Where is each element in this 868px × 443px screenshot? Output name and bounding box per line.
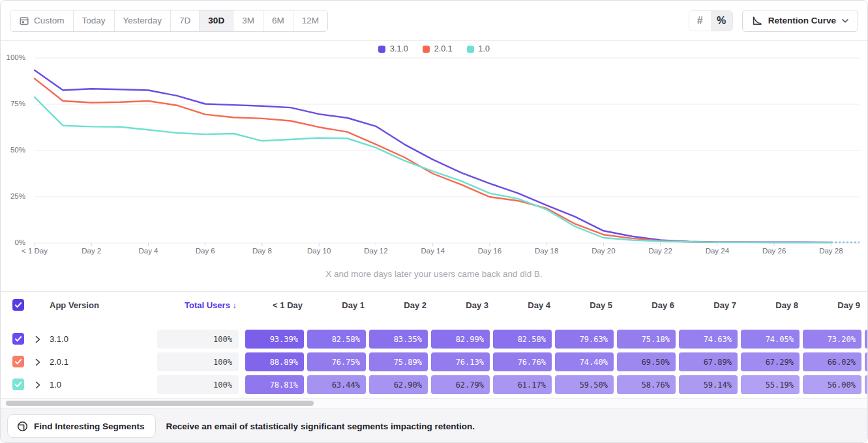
column-header-day[interactable]: Day 3 (431, 300, 488, 310)
retention-cell[interactable]: 74.40% (555, 352, 614, 371)
retention-cell[interactable]: 59.14% (679, 375, 738, 394)
legend-item-3.1.0[interactable]: 3.1.0 (378, 44, 408, 53)
retention-cell[interactable]: 82.58% (493, 330, 552, 349)
retention-cell[interactable]: 67.89% (679, 352, 738, 371)
x-axis-tick-label: Day 22 (636, 247, 685, 255)
date-range-yesterday[interactable]: Yesterday (114, 10, 171, 31)
percent-icon: % (717, 15, 726, 27)
retention-cell[interactable]: 76.76% (493, 352, 552, 371)
retention-cell[interactable]: 69.50% (617, 352, 676, 371)
retention-cell[interactable]: 79.63% (555, 330, 614, 349)
x-axis-tick-label: Day 8 (238, 247, 286, 255)
retention-cell[interactable]: 76.75% (307, 352, 366, 371)
retention-cell[interactable]: 75.18% (617, 330, 676, 349)
legend-label: 3.1.0 (390, 44, 408, 53)
retention-cell[interactable]: 73.20% (803, 330, 861, 349)
toolbar: CustomTodayYesterday7D30D3M6M12M # % Ret… (1, 1, 867, 41)
y-axis-tick-label: 25% (1, 192, 25, 200)
column-header-day[interactable]: Day 2 (369, 300, 427, 310)
retention-cell-clipped[interactable] (865, 352, 867, 371)
column-header-day[interactable]: Day 6 (617, 300, 674, 310)
y-axis-tick-label: 0% (1, 238, 25, 246)
row-expand-chevron-icon[interactable] (35, 381, 40, 389)
x-axis-tick-label: Day 14 (409, 247, 457, 255)
hash-icon: # (697, 15, 703, 27)
date-range-7d[interactable]: 7D (170, 10, 199, 31)
segments-icon (17, 421, 28, 432)
retention-cell[interactable]: 83.35% (369, 330, 428, 349)
row-checkbox-2.0.1[interactable] (12, 356, 24, 367)
column-header-day[interactable]: Day 5 (555, 300, 612, 310)
row-label-app-version: 2.0.1 (50, 357, 68, 367)
retention-cell[interactable]: 76.13% (431, 352, 490, 371)
select-all-checkbox[interactable] (12, 299, 24, 311)
column-header-day[interactable]: Day 7 (679, 300, 736, 310)
retention-cell[interactable]: 63.44% (307, 375, 366, 394)
y-axis-tick-label: 50% (1, 146, 25, 154)
chevron-down-icon (842, 19, 848, 23)
chart-caption: X and more days later your users came ba… (1, 269, 867, 279)
find-interesting-segments-button[interactable]: Find Interesting Segments (7, 414, 156, 438)
date-range-30d[interactable]: 30D (199, 10, 233, 31)
column-header-day[interactable]: < 1 Day (245, 300, 303, 310)
sort-descending-icon: ↓ (233, 300, 237, 310)
retention-cell[interactable]: 74.05% (741, 330, 800, 349)
retention-cell[interactable]: 59.50% (555, 375, 614, 394)
column-header-day[interactable]: Day 8 (741, 300, 798, 310)
date-range-12m[interactable]: 12M (293, 10, 327, 31)
legend-item-1.0[interactable]: 1.0 (467, 44, 490, 53)
x-axis-tick-label: Day 12 (352, 247, 400, 255)
retention-cell[interactable]: 56.00% (803, 375, 861, 394)
retention-cell[interactable]: 88.89% (245, 352, 304, 371)
scrollbar-thumb[interactable] (6, 401, 314, 406)
retention-cell[interactable]: 74.63% (679, 330, 738, 349)
horizontal-scrollbar (1, 398, 867, 408)
retention-cell-clipped[interactable] (865, 375, 867, 394)
column-header-total-users[interactable]: Total Users ↓ (157, 300, 237, 310)
row-checkbox-1.0[interactable] (12, 379, 24, 390)
row-checkbox-3.1.0[interactable] (12, 333, 24, 345)
retention-cell[interactable]: 62.79% (431, 375, 490, 394)
chart-type-label: Retention Curve (768, 16, 836, 25)
retention-cell[interactable]: 61.17% (493, 375, 552, 394)
footer-message: Receive an email of statistically signif… (166, 422, 475, 431)
row-expand-chevron-icon[interactable] (35, 336, 40, 343)
retention-cell[interactable]: 75.89% (369, 352, 428, 371)
retention-cell[interactable]: 93.39% (245, 330, 304, 349)
legend-swatch (467, 46, 474, 53)
legend-swatch (423, 46, 430, 53)
date-range-control: CustomTodayYesterday7D30D3M6M12M (10, 10, 328, 32)
column-header-day[interactable]: Day 1 (307, 300, 365, 310)
retention-cell[interactable]: 66.02% (803, 352, 861, 371)
retention-cell[interactable]: 67.29% (741, 352, 800, 371)
legend-label: 2.0.1 (434, 44, 453, 53)
x-axis-tick-label: Day 20 (579, 247, 627, 255)
retention-cell[interactable]: 55.19% (741, 375, 800, 394)
date-range-6m[interactable]: 6M (263, 10, 293, 31)
retention-cell[interactable]: 62.90% (369, 375, 428, 394)
x-axis-tick-label: Day 2 (67, 247, 115, 255)
column-header-day[interactable]: Day 9 (803, 300, 860, 310)
retention-cell[interactable]: 58.76% (617, 375, 676, 394)
date-range-today[interactable]: Today (73, 10, 114, 31)
date-range-custom[interactable]: Custom (10, 10, 73, 31)
x-axis-tick-label: < 1 Day (10, 247, 59, 255)
calendar-icon (19, 16, 29, 26)
retention-cell[interactable]: 82.99% (431, 330, 490, 349)
column-header-app-version[interactable]: App Version (50, 300, 99, 310)
row-expand-chevron-icon[interactable] (35, 358, 40, 366)
date-range-3m[interactable]: 3M (233, 10, 263, 31)
row-label-app-version: 3.1.0 (50, 334, 68, 344)
retention-report: CustomTodayYesterday7D30D3M6M12M # % Ret… (0, 0, 868, 443)
retention-cell[interactable]: 82.58% (307, 330, 366, 349)
retention-cell-clipped[interactable] (865, 330, 867, 349)
column-header-day[interactable]: Day 4 (493, 300, 550, 310)
retention-cell[interactable]: 78.81% (245, 375, 304, 394)
absolute-mode-button[interactable]: # (689, 11, 711, 31)
y-axis-tick-label: 75% (1, 100, 25, 107)
percent-mode-button[interactable]: % (711, 11, 732, 31)
legend-label: 1.0 (479, 44, 490, 53)
chart-type-dropdown[interactable]: Retention Curve (742, 10, 858, 32)
footer: Find Interesting Segments Receive an ema… (1, 408, 867, 443)
legend-item-2.0.1[interactable]: 2.0.1 (423, 44, 453, 53)
